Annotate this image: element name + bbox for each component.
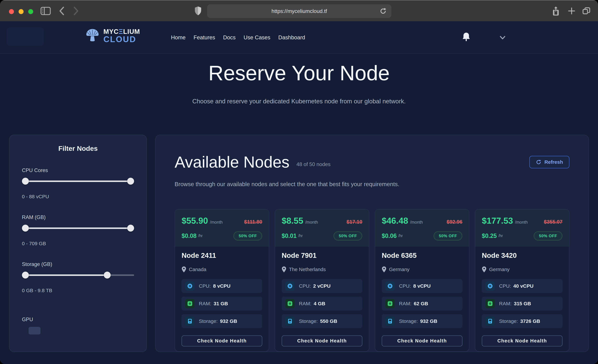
url-bar[interactable]: https://myceliumcloud.tf	[207, 4, 391, 18]
hourly-price: $0.08	[182, 232, 197, 240]
url-text: https://myceliumcloud.tf	[272, 8, 327, 14]
card-pricing-header: $177.53 /month $355.07 $0.25 /hr 50% OFF	[475, 209, 569, 247]
discount-badge: 50% OFF	[534, 231, 563, 240]
page-title: Reserve Your Node	[0, 63, 598, 84]
storage-spec-row: Storage:932 GB	[182, 314, 262, 328]
ram-spec-row: RAM:62 GB	[382, 297, 462, 311]
node-card[interactable]: $8.55 /month $17.10 $0.01 /hr 50% OFF	[275, 209, 369, 352]
reload-icon[interactable]	[380, 7, 387, 15]
storage-filter-label: Storage (GB)	[22, 261, 134, 267]
node-card[interactable]: $177.53 /month $355.07 $0.25 /hr 50% OFF	[475, 209, 569, 352]
cpu-range-slider[interactable]	[22, 178, 134, 185]
storage-icon	[485, 316, 495, 326]
traffic-lights	[9, 9, 33, 14]
monthly-unit: /month	[410, 220, 423, 225]
panel-subtitle: Browse through our available nodes and s…	[174, 181, 569, 188]
nav-link-features[interactable]: Features	[193, 34, 215, 41]
logo-line-2: CLOUD	[103, 35, 140, 43]
spec-text: RAM:4 GB	[299, 301, 325, 306]
cpu-spec-row: CPU:2 vCPU	[282, 279, 362, 293]
node-name: Node 7901	[282, 251, 362, 259]
node-card[interactable]: $55.90 /month $111.80 $0.08 /hr 50% OFF	[174, 209, 269, 352]
sidebar-toggle-icon[interactable]	[41, 7, 51, 15]
zoom-window-button[interactable]	[28, 9, 33, 14]
close-window-button[interactable]	[9, 9, 14, 14]
screenshot-root: https://myceliumcloud.tf	[0, 0, 598, 364]
node-name: Node 3420	[482, 251, 563, 259]
cpu-icon	[285, 281, 295, 291]
node-location: Germany	[389, 267, 409, 272]
privacy-shield-icon[interactable]	[194, 6, 202, 16]
original-price: $17.10	[347, 219, 362, 225]
refresh-button[interactable]: Refresh	[529, 156, 569, 168]
back-icon[interactable]	[58, 6, 65, 16]
nav-link-docs[interactable]: Docs	[223, 34, 235, 41]
slider-thumb-max[interactable]	[127, 178, 134, 185]
discount-badge: 50% OFF	[233, 231, 262, 240]
slider-thumb-min[interactable]	[22, 225, 29, 232]
discount-badge: 50% OFF	[433, 231, 462, 240]
gpu-checkbox[interactable]	[29, 327, 41, 334]
slider-track	[22, 181, 134, 182]
site-logo[interactable]: MYCΞLIUM CLOUD	[84, 27, 140, 44]
card-pricing-header: $55.90 /month $111.80 $0.08 /hr 50% OFF	[175, 209, 269, 247]
filter-panel-title: Filter Nodes	[22, 145, 134, 152]
notifications-bell-icon[interactable]	[461, 32, 471, 42]
spec-list: CPU:8 vCPU RAM:31 GB	[182, 279, 262, 332]
hourly-unit: /hr	[198, 234, 203, 238]
browser-chrome: https://myceliumcloud.tf	[0, 0, 598, 21]
logo-line-1: MYCΞLIUM	[103, 28, 140, 35]
card-pricing-header: $8.55 /month $17.10 $0.01 /hr 50% OFF	[275, 209, 369, 247]
site-navbar: MYCΞLIUM CLOUD Home Features Docs Use Ca…	[0, 21, 598, 54]
page-viewport: MYCΞLIUM CLOUD Home Features Docs Use Ca…	[0, 21, 598, 364]
slider-thumb-min[interactable]	[22, 272, 29, 279]
cpu-range-value: 0 - 88 vCPU	[22, 194, 134, 199]
ram-spec-row: RAM:4 GB	[282, 297, 362, 311]
forward-icon[interactable]	[73, 6, 79, 16]
check-node-health-button[interactable]: Check Node Health	[382, 335, 462, 347]
nav-links: Home Features Docs Use Cases Dashboard	[171, 21, 305, 54]
gpu-filter-label: GPU	[22, 316, 134, 323]
hero-section: Reserve Your Node Choose and reserve you…	[0, 54, 598, 105]
storage-icon	[285, 316, 295, 326]
spec-text: Storage:550 GB	[299, 318, 337, 324]
storage-range-slider[interactable]	[22, 272, 134, 279]
new-tab-icon[interactable]	[568, 7, 576, 15]
nodes-count: 48 of 50 nodes	[296, 161, 331, 167]
ram-spec-row: RAM:315 GB	[482, 297, 563, 311]
panel-title: Available Nodes	[174, 153, 290, 171]
slider-thumb-min[interactable]	[22, 178, 29, 185]
nav-link-dashboard[interactable]: Dashboard	[278, 34, 305, 41]
original-price: $111.80	[244, 219, 262, 225]
ram-range-value: 0 - 709 GB	[22, 241, 134, 246]
monthly-unit: /month	[210, 220, 223, 225]
monthly-unit: /month	[305, 220, 318, 225]
storage-spec-row: Storage:932 GB	[382, 314, 462, 328]
hourly-price: $0.25	[482, 232, 497, 240]
page-subtitle: Choose and reserve your dedicated Kubern…	[0, 98, 598, 105]
check-node-health-button[interactable]: Check Node Health	[182, 335, 262, 347]
tab-overview-icon[interactable]	[582, 7, 590, 15]
check-node-health-button[interactable]: Check Node Health	[482, 335, 563, 347]
cpu-filter-label: CPU Cores	[22, 167, 134, 173]
share-icon[interactable]	[552, 6, 560, 16]
navbar-placeholder	[7, 27, 44, 46]
cpu-icon	[385, 281, 395, 291]
slider-thumb-max[interactable]	[104, 272, 111, 279]
node-card[interactable]: $46.48 /month $92.96 $0.06 /hr 50% OFF	[375, 209, 469, 352]
ram-range-slider[interactable]	[22, 225, 134, 232]
monthly-price: $46.48	[382, 216, 408, 226]
hourly-unit: /hr	[298, 234, 303, 238]
node-name: Node 6365	[382, 251, 462, 259]
discount-badge: 50% OFF	[333, 231, 362, 240]
check-node-health-button[interactable]: Check Node Health	[282, 335, 362, 347]
minimize-window-button[interactable]	[19, 9, 24, 14]
nav-link-home[interactable]: Home	[171, 34, 186, 41]
slider-thumb-max[interactable]	[127, 225, 134, 232]
cpu-icon	[185, 281, 195, 291]
account-chevron-down-icon[interactable]	[499, 35, 507, 40]
nav-link-use-cases[interactable]: Use Cases	[243, 34, 270, 41]
location-pin-icon	[282, 266, 286, 273]
spec-list: CPU:40 vCPU RAM:315 GB	[482, 279, 563, 332]
filter-panel: Filter Nodes CPU Cores 0 - 88 vCPU RAM (…	[9, 135, 147, 352]
